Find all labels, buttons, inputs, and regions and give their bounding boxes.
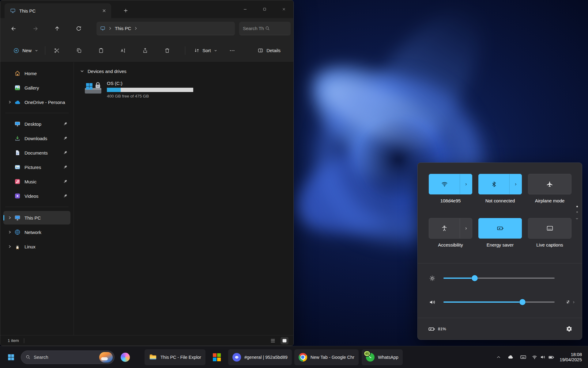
settings-gear-button[interactable] [563,323,575,334]
new-tab-button[interactable] [120,5,131,16]
navigation-bar: This PC Search Th [0,18,293,39]
chevron-right-icon[interactable] [6,230,14,234]
accessibility-tile[interactable] [429,218,472,239]
refresh-button[interactable] [73,22,85,35]
tab-close-button[interactable] [100,6,109,15]
close-button[interactable] [274,0,293,18]
details-button[interactable]: Details [254,44,284,57]
taskbar-app-whatsapp[interactable]: 45 WhatsApp [362,349,403,365]
sidebar-item-downloads[interactable]: Downloads [3,132,70,145]
chevron-down-icon[interactable] [575,217,579,220]
chrome-icon [299,353,307,362]
rename-button[interactable] [116,44,130,57]
maximize-button[interactable] [255,0,274,18]
file-explorer-icon [149,353,157,361]
sound-output-button[interactable] [566,298,576,306]
bluetooth-icon[interactable] [479,174,509,194]
up-button[interactable] [51,22,63,35]
taskbar-app-file-explorer[interactable]: This PC - File Explor [145,349,205,365]
sidebar-item-music[interactable]: Music [3,175,70,188]
taskbar-app-discord[interactable]: #general | 952a5bd89 [228,349,292,365]
search-icon [25,355,31,360]
drive-usage-fill [107,88,121,92]
sort-button[interactable]: Sort [190,44,221,57]
taskbar-clock[interactable]: 18:08 19/04/2025 [558,352,585,362]
volume-slider-thumb[interactable] [519,299,526,305]
chevron-right-icon [108,26,112,30]
system-tray-status-button[interactable] [530,351,556,364]
sidebar-item-linux[interactable]: Linux [3,240,70,253]
delete-button[interactable] [160,44,174,57]
paste-button[interactable] [94,44,108,57]
taskbar: Search This PC - File Explor #general | … [0,346,588,368]
group-header-devices-and-drives[interactable]: Devices and drives [80,67,293,76]
cut-button[interactable] [50,44,64,57]
title-bar[interactable]: This PC [0,0,293,18]
back-button[interactable] [7,22,20,35]
sidebar-item-videos[interactable]: Videos [3,189,70,203]
monitor-icon [10,8,16,13]
sidebar-item-home[interactable]: Home [3,67,70,80]
discord-icon [232,353,241,362]
energy-saver-tile[interactable] [478,218,522,239]
copy-button[interactable] [72,44,86,57]
copilot-button[interactable] [118,349,132,365]
chevron-right-icon[interactable] [6,216,14,220]
bluetooth-tile[interactable] [478,174,522,194]
microsoft-app-icon[interactable] [210,349,224,365]
minimize-button[interactable] [236,0,255,18]
pin-icon [63,194,67,198]
battery-status-button[interactable]: 81% [428,325,446,332]
brightness-slider-thumb[interactable] [472,275,478,281]
taskbar-search-box[interactable]: Search [21,351,115,364]
sidebar-item-gallery[interactable]: Gallery [3,81,70,94]
navigation-pane: Home Gallery OneDrive - Persona Desktop [0,62,74,335]
wifi-tile[interactable] [429,174,472,194]
new-button[interactable]: New [9,44,43,57]
address-bar[interactable]: This PC [96,22,235,35]
large-icons-view-button[interactable] [281,337,288,344]
volume-slider[interactable] [443,299,555,305]
brightness-slider[interactable] [443,275,555,281]
chevron-right-icon[interactable] [6,245,14,248]
onedrive-icon [14,99,21,105]
drive-name: OS (C:) [107,81,193,86]
tab-title: This PC [19,8,36,13]
pictures-icon [14,164,21,171]
taskbar-app-chrome[interactable]: New Tab - Google Chr [294,349,359,365]
sort-icon [194,48,200,53]
more-options-button[interactable] [225,44,239,57]
search-box[interactable]: Search Th [239,22,291,35]
airplane-mode-tile[interactable] [528,174,571,194]
onedrive-tray-icon[interactable] [506,351,516,364]
touch-keyboard-icon[interactable] [518,351,528,364]
wifi-expand-button[interactable] [460,174,472,194]
sidebar-item-onedrive[interactable]: OneDrive - Persona [3,95,70,109]
divider [418,263,582,263]
accessibility-expand-button[interactable] [460,218,472,238]
bluetooth-expand-button[interactable] [509,174,522,194]
breadcrumb-location[interactable]: This PC [115,26,131,31]
drive-os-c[interactable]: OS (C:) 400 GB free of 475 GB [82,79,198,100]
accessibility-icon[interactable] [429,218,460,238]
explorer-tab[interactable]: This PC [5,3,111,18]
sidebar-item-documents[interactable]: Documents [3,146,70,159]
sidebar-item-network[interactable]: Network [3,225,70,239]
sidebar-item-this-pc[interactable]: This PC [3,211,70,224]
videos-icon [14,193,21,199]
details-view-button[interactable] [269,337,277,344]
wifi-tile-label: 108d4e95 [440,198,461,209]
live-captions-tile[interactable] [528,218,571,239]
pager-dot [576,211,578,213]
tray-overflow-button[interactable] [493,351,504,364]
wifi-icon[interactable] [429,174,460,194]
forward-button[interactable] [29,22,41,35]
pin-icon [63,165,67,169]
sidebar-item-desktop[interactable]: Desktop [3,117,70,131]
live-captions-icon [528,218,571,238]
sidebar-item-pictures[interactable]: Pictures [3,160,70,174]
chevron-right-icon[interactable] [6,100,14,104]
share-button[interactable] [138,44,152,57]
quick-settings-pager[interactable] [575,206,579,220]
start-button[interactable] [4,349,18,365]
